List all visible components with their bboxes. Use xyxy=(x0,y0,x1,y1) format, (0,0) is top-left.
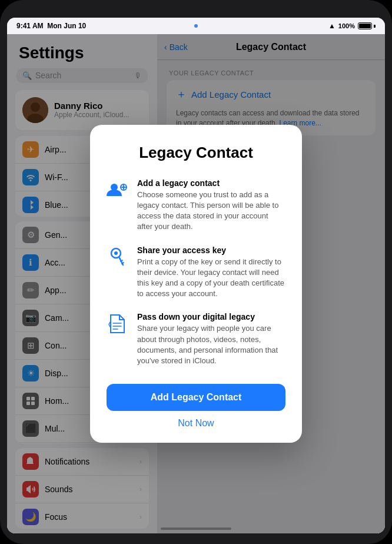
add-contact-title: Add a legacy contact xyxy=(137,178,285,188)
add-contact-desc: Choose someone you trust to add as a leg… xyxy=(137,190,285,233)
digital-legacy-icon xyxy=(107,313,128,334)
modal-title: Legacy Contact xyxy=(107,144,285,162)
status-right: ▲ 100% xyxy=(328,22,376,30)
share-key-desc: Print a copy of the key or send it direc… xyxy=(137,257,285,300)
modal-feature-add-contact: Add a legacy contact Choose someone you … xyxy=(107,178,285,233)
modal: Legacy Contact Add a legac xyxy=(90,125,302,443)
share-key-icon xyxy=(107,247,128,268)
content-area: Settings 🔍 Search 🎙 xyxy=(7,34,385,533)
modal-feature-digital-legacy: Pass down your digital legacy Share your… xyxy=(107,312,285,366)
wifi-icon: ▲ xyxy=(328,22,335,30)
battery-icon xyxy=(358,22,372,29)
modal-backdrop: Legacy Contact Add a legac xyxy=(7,34,385,533)
wifi-label: 100% xyxy=(338,22,355,29)
share-key-title: Share your access key xyxy=(137,246,285,255)
modal-feature-share-key: Share your access key Print a copy of th… xyxy=(107,246,285,300)
status-bar: 9:41 AM Mon Jun 10 ▲ 100% xyxy=(7,18,385,34)
digital-legacy-title: Pass down your digital legacy xyxy=(137,312,285,321)
modal-add-button[interactable]: Add Legacy Contact xyxy=(107,384,285,411)
digital-legacy-desc: Share your legacy with people you care a… xyxy=(137,323,285,366)
screen: 9:41 AM Mon Jun 10 ▲ 100% Settings xyxy=(7,18,385,533)
modal-not-now[interactable]: Not Now xyxy=(107,418,285,429)
share-key-content: Share your access key Print a copy of th… xyxy=(137,246,285,300)
ipad-frame: 9:41 AM Mon Jun 10 ▲ 100% Settings xyxy=(0,0,392,544)
svg-point-11 xyxy=(114,251,118,255)
add-contact-icon xyxy=(107,180,128,201)
add-contact-content: Add a legacy contact Choose someone you … xyxy=(137,178,285,233)
status-time: 9:41 AM Mon Jun 10 xyxy=(16,22,86,30)
digital-legacy-content: Pass down your digital legacy Share your… xyxy=(137,312,285,366)
status-center-dot xyxy=(194,24,198,28)
